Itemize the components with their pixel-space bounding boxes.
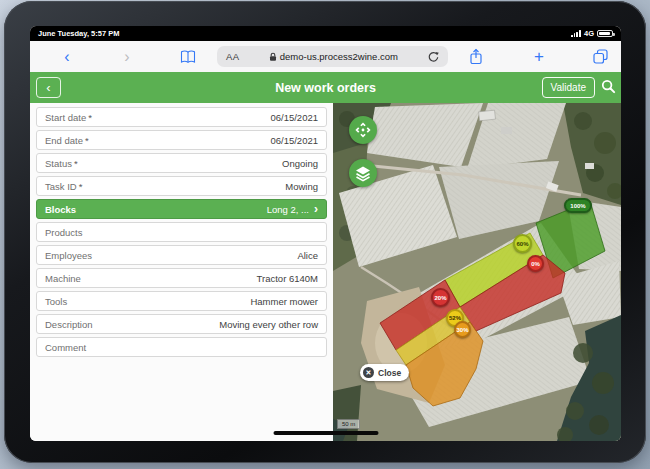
completion-badge-20[interactable]: 20%: [431, 288, 450, 307]
book-icon: [180, 50, 196, 64]
form-row-description[interactable]: Description Moving every other row: [36, 314, 327, 334]
completion-badge-100[interactable]: 100%: [564, 198, 592, 213]
tabs-icon: [593, 49, 608, 64]
status-bar: June Tuesday, 5:57 PM 4G: [30, 26, 621, 41]
new-tab-button[interactable]: +: [530, 41, 548, 72]
row-label: End date: [45, 135, 83, 146]
search-button[interactable]: [601, 79, 616, 98]
close-icon: ✕: [363, 367, 374, 378]
fit-bounds-button[interactable]: [349, 116, 377, 144]
row-value: Ongoing: [282, 158, 318, 169]
row-value: 06/15/2021: [270, 112, 318, 123]
form-row-tools[interactable]: Tools Hammer mower: [36, 291, 327, 311]
row-label: Machine: [45, 273, 81, 284]
browser-back-button[interactable]: ‹: [58, 41, 76, 72]
map-scale: 50 m: [337, 419, 360, 429]
reload-button[interactable]: [427, 51, 439, 63]
row-label: Description: [45, 319, 93, 330]
row-value: Hammer mower: [250, 296, 318, 307]
row-label: Blocks: [45, 204, 76, 215]
completion-badge-60[interactable]: 60%: [513, 234, 532, 253]
form-row-employees[interactable]: Employees Alice: [36, 245, 327, 265]
form-row-start-date[interactable]: Start date* 06/15/2021: [36, 107, 327, 127]
main-content: Start date* 06/15/2021 End date* 06/15/2…: [30, 103, 621, 441]
required-marker: *: [74, 158, 78, 169]
plus-icon: +: [534, 48, 544, 65]
battery-icon: [597, 30, 613, 38]
forward-chevron-icon: ›: [124, 49, 129, 65]
back-chevron-icon: ‹: [64, 49, 69, 65]
browser-toolbar: ‹ › AA demo-us.process2wine.com: [30, 41, 621, 72]
close-map-button[interactable]: ✕ Close: [360, 364, 409, 381]
lock-icon: [269, 52, 277, 62]
row-value: 06/15/2021: [270, 135, 318, 146]
address-bar[interactable]: AA demo-us.process2wine.com: [217, 46, 448, 67]
row-label: Comment: [45, 342, 86, 353]
form-row-comment[interactable]: Comment: [36, 337, 327, 357]
map-terrain: [333, 103, 621, 441]
completion-badge-30[interactable]: 30%: [454, 321, 471, 338]
layers-icon: [353, 163, 373, 183]
url-text: demo-us.process2wine.com: [280, 51, 398, 62]
app-header: ‹ New work orders Validate: [30, 72, 621, 103]
app-back-button[interactable]: ‹: [36, 77, 61, 98]
row-label: Status: [45, 158, 72, 169]
reload-icon: [427, 51, 439, 63]
close-label: Close: [378, 368, 401, 378]
row-label: Products: [45, 227, 83, 238]
url-display: demo-us.process2wine.com: [240, 51, 427, 62]
required-marker: *: [85, 135, 89, 146]
row-label: Task ID: [45, 181, 77, 192]
share-button[interactable]: [466, 41, 486, 72]
tablet-device: June Tuesday, 5:57 PM 4G ‹ › AA: [4, 1, 646, 463]
row-value: Alice: [297, 250, 318, 261]
row-value: Moving every other row: [219, 319, 318, 330]
work-order-form: Start date* 06/15/2021 End date* 06/15/2…: [30, 103, 333, 441]
required-marker: *: [79, 181, 83, 192]
status-icons: 4G: [571, 29, 613, 38]
page-title: New work orders: [30, 81, 621, 95]
status-datetime: June Tuesday, 5:57 PM: [38, 29, 119, 38]
bookmarks-button[interactable]: [178, 41, 198, 72]
backdrop: June Tuesday, 5:57 PM 4G ‹ › AA: [0, 0, 650, 469]
row-label: Employees: [45, 250, 92, 261]
screen: June Tuesday, 5:57 PM 4G ‹ › AA: [30, 26, 621, 441]
row-value: Tractor 6140M: [257, 273, 318, 284]
validate-button[interactable]: Validate: [542, 77, 595, 98]
layers-button[interactable]: [349, 159, 377, 187]
status-network: 4G: [584, 29, 594, 38]
form-row-task-id[interactable]: Task ID* Mowing: [36, 176, 327, 196]
form-row-blocks[interactable]: Blocks Long 2, ...›: [36, 199, 327, 219]
tabs-button[interactable]: [590, 41, 610, 72]
satellite-map[interactable]: 100% 60% 0% 20% 52% 30%: [333, 103, 621, 441]
row-value: Mowing: [285, 181, 318, 192]
row-value: Long 2, ...: [267, 204, 309, 215]
search-icon: [601, 79, 616, 94]
browser-forward-button[interactable]: ›: [118, 41, 136, 72]
row-label: Tools: [45, 296, 67, 307]
completion-badge-0[interactable]: 0%: [527, 255, 544, 272]
home-indicator[interactable]: [273, 431, 378, 436]
share-icon: [469, 48, 483, 65]
form-row-end-date[interactable]: End date* 06/15/2021: [36, 130, 327, 150]
text-size-button[interactable]: AA: [226, 51, 240, 62]
signal-icon: [571, 30, 581, 37]
required-marker: *: [88, 112, 92, 123]
form-row-status[interactable]: Status* Ongoing: [36, 153, 327, 173]
fit-bounds-icon: [353, 120, 373, 140]
form-row-machine[interactable]: Machine Tractor 6140M: [36, 268, 327, 288]
row-label: Start date: [45, 112, 86, 123]
form-row-products[interactable]: Products: [36, 222, 327, 242]
